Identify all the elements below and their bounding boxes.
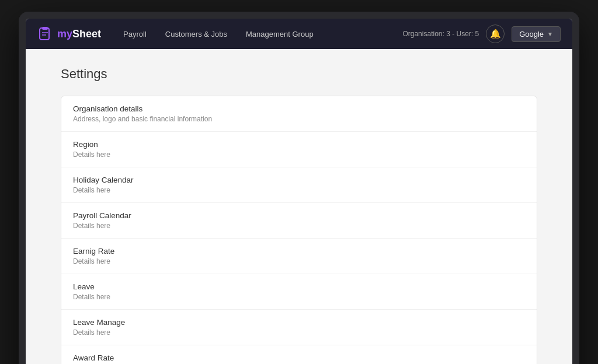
- user-button-label: Google: [519, 30, 544, 38]
- settings-item-title: Award Rate: [73, 354, 525, 362]
- laptop-screen: mySheet Payroll Customers & Jobs Managem…: [26, 19, 572, 364]
- settings-item-title: Organisation details: [73, 104, 525, 113]
- logo-icon: [37, 26, 54, 42]
- nav-customers-jobs[interactable]: Customers & Jobs: [157, 26, 235, 42]
- settings-item-region[interactable]: Region Details here: [61, 132, 537, 167]
- settings-item-leave[interactable]: Leave Details here: [61, 274, 537, 310]
- navbar: mySheet Payroll Customers & Jobs Managem…: [26, 19, 572, 49]
- settings-item-leave-manage[interactable]: Leave Manage Details here: [61, 310, 537, 345]
- logo-text: mySheet: [57, 28, 101, 40]
- nav-links: Payroll Customers & Jobs Management Grou…: [115, 26, 402, 42]
- settings-item-desc: Details here: [73, 328, 525, 337]
- settings-item-desc: Details here: [73, 257, 525, 265]
- user-menu-button[interactable]: Google ▼: [512, 26, 561, 42]
- nav-right: Organisation: 3 - User: 5 🔔 Google ▼: [402, 24, 561, 43]
- org-info: Organisation: 3 - User: 5: [402, 30, 479, 38]
- settings-item-desc: Address, logo and basic financial inform…: [73, 115, 525, 123]
- settings-item-title: Payroll Calendar: [73, 211, 525, 220]
- settings-item-payroll-calendar[interactable]: Payroll Calendar Details here: [61, 203, 537, 239]
- notification-bell-button[interactable]: 🔔: [486, 24, 505, 43]
- svg-rect-1: [42, 27, 48, 30]
- settings-list: Organisation details Address, logo and b…: [61, 96, 537, 364]
- logo: mySheet: [37, 26, 101, 42]
- settings-item-title: Leave Manage: [73, 318, 525, 327]
- settings-item-title: Region: [73, 140, 525, 149]
- settings-item-title: Earnig Rate: [73, 247, 525, 256]
- settings-item-desc: Details here: [73, 150, 525, 159]
- bell-icon: 🔔: [490, 29, 501, 39]
- page-content: Settings Organisation details Address, l…: [26, 49, 572, 364]
- settings-item-title: Holiday Calendar: [73, 176, 525, 184]
- page-title: Settings: [61, 66, 537, 82]
- settings-item-desc: Details here: [73, 186, 525, 194]
- settings-item-desc: Details here: [73, 222, 525, 230]
- settings-item-earning-rate[interactable]: Earnig Rate Details here: [61, 239, 537, 274]
- logo-sheet: Sheet: [72, 28, 101, 40]
- settings-item-title: Leave: [73, 282, 525, 291]
- nav-management-group[interactable]: Management Group: [238, 26, 322, 42]
- settings-item-award-rate[interactable]: Award Rate Details here: [61, 345, 537, 364]
- chevron-down-icon: ▼: [547, 31, 553, 37]
- laptop-frame: mySheet Payroll Customers & Jobs Managem…: [19, 12, 579, 364]
- settings-item-desc: Details here: [73, 293, 525, 301]
- settings-item-holiday-calendar[interactable]: Holiday Calendar Details here: [61, 167, 537, 203]
- settings-item-organisation-details[interactable]: Organisation details Address, logo and b…: [61, 96, 537, 132]
- nav-payroll[interactable]: Payroll: [115, 26, 155, 42]
- logo-my: my: [57, 28, 72, 40]
